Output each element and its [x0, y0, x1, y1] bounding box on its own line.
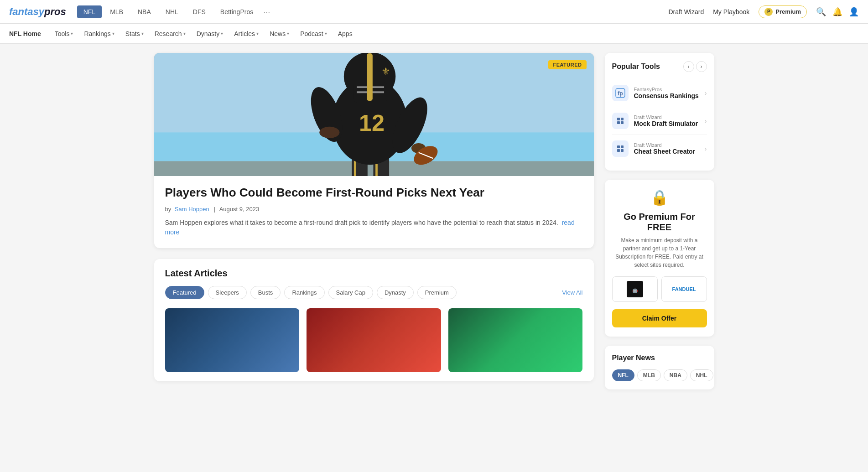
- player-news-tab-nfl[interactable]: NFL: [612, 369, 634, 381]
- mock-draft-provider: Draft Wizard: [634, 114, 699, 120]
- cheat-sheet-chevron-icon: ›: [705, 145, 707, 152]
- sidebar: Popular Tools ‹ › fp FantasyPros Consens…: [605, 53, 714, 389]
- rankings-menu[interactable]: Rankings ▾: [79, 28, 119, 39]
- svg-rect-27: [621, 121, 624, 124]
- apps-menu[interactable]: Apps: [333, 28, 357, 39]
- player-news-section: Player News NFL MLB NBA NHL: [605, 346, 714, 389]
- article-filter-tabs: Featured Sleepers Busts Rankings Salary …: [165, 286, 583, 299]
- premium-promo-desc: Make a minimum deposit with a partner an…: [612, 236, 707, 269]
- player-silhouette: 12: [154, 53, 594, 176]
- featured-byline: by Sam Hoppen | August 9, 2023: [165, 206, 583, 213]
- view-all-link[interactable]: View All: [562, 289, 582, 296]
- filter-tab-premium[interactable]: Premium: [417, 286, 457, 299]
- svg-text:🤖: 🤖: [632, 287, 638, 293]
- tools-menu[interactable]: Tools ▾: [50, 28, 78, 39]
- filter-tab-dynasty[interactable]: Dynasty: [377, 286, 414, 299]
- svg-rect-32: [621, 149, 624, 152]
- partner-logos: 🤖 FANDUEL: [612, 276, 707, 302]
- logo-text: fantasypros: [9, 6, 66, 17]
- filter-tab-featured[interactable]: Featured: [165, 286, 204, 299]
- article-thumbnails: [165, 308, 583, 372]
- top-nav: fantasypros NFL MLB NBA NHL DFS BettingP…: [0, 0, 868, 24]
- popular-tool-consensus[interactable]: fp FantasyPros Consensus Rankings ›: [612, 79, 707, 107]
- byline-by: by: [165, 206, 172, 213]
- sport-tab-bettingpros[interactable]: BettingPros: [214, 5, 260, 18]
- consensus-name: Consensus Rankings: [634, 92, 699, 99]
- sport-tab-nba[interactable]: NBA: [131, 5, 157, 18]
- sport-tab-dfs[interactable]: DFS: [187, 5, 212, 18]
- news-menu[interactable]: News ▾: [265, 28, 294, 39]
- main-container: 12: [147, 44, 722, 399]
- mock-draft-chevron-icon: ›: [705, 117, 707, 124]
- sidebar-nav-arrows: ‹ ›: [683, 61, 707, 72]
- prev-tool-button[interactable]: ‹: [683, 61, 694, 72]
- notification-icon[interactable]: 🔔: [832, 7, 842, 17]
- podcast-menu[interactable]: Podcast ▾: [296, 28, 332, 39]
- search-icon[interactable]: 🔍: [816, 7, 826, 17]
- articles-menu[interactable]: Articles ▾: [229, 28, 263, 39]
- sport-tab-nhl[interactable]: NHL: [159, 5, 185, 18]
- nfl-home-link[interactable]: NFL Home: [9, 30, 41, 37]
- user-icon[interactable]: 👤: [849, 7, 859, 17]
- svg-text:12: 12: [359, 110, 384, 136]
- svg-rect-31: [617, 149, 620, 152]
- player-news-tabs: NFL MLB NBA NHL: [612, 369, 707, 381]
- nav-right: Draft Wizard My Playbook P Premium 🔍 🔔 👤: [668, 5, 859, 18]
- podcast-chevron: ▾: [325, 31, 327, 36]
- featured-article-card: 12: [154, 53, 594, 248]
- article-thumb-2[interactable]: [307, 308, 441, 372]
- player-news-tab-nhl[interactable]: NHL: [690, 369, 713, 381]
- svg-rect-29: [617, 145, 620, 148]
- svg-text:fp: fp: [618, 90, 623, 97]
- svg-rect-24: [617, 118, 620, 120]
- news-chevron: ▾: [287, 31, 289, 36]
- svg-rect-26: [617, 121, 620, 124]
- premium-promo-title: Go Premium For FREE: [612, 212, 707, 233]
- rankings-chevron: ▾: [112, 31, 114, 36]
- stats-menu[interactable]: Stats ▾: [121, 28, 148, 39]
- sport-tab-mlb[interactable]: MLB: [104, 5, 130, 18]
- stats-chevron: ▾: [141, 31, 144, 36]
- article-date: August 9, 2023: [219, 206, 259, 213]
- featured-title: Players Who Could Become First-Round Pic…: [165, 185, 583, 200]
- svg-rect-18: [367, 53, 373, 101]
- site-logo[interactable]: fantasypros: [9, 6, 66, 18]
- latest-articles-section: Latest Articles Featured Sleepers Busts …: [154, 259, 594, 381]
- my-playbook-link[interactable]: My Playbook: [713, 8, 749, 16]
- mock-draft-icon: [612, 113, 629, 129]
- cheat-sheet-provider: Draft Wizard: [634, 142, 699, 148]
- player-news-tab-nba[interactable]: NBA: [664, 369, 687, 381]
- popular-tools-header: Popular Tools ‹ ›: [612, 61, 707, 72]
- draft-wizard-link[interactable]: Draft Wizard: [668, 8, 704, 16]
- dynasty-menu[interactable]: Dynasty ▾: [192, 28, 228, 39]
- popular-tool-cheat-sheet[interactable]: Draft Wizard Cheat Sheet Creator ›: [612, 135, 707, 162]
- filter-tab-busts[interactable]: Busts: [250, 286, 281, 299]
- consensus-provider: FantasyPros: [634, 87, 699, 92]
- cheat-sheet-info: Draft Wizard Cheat Sheet Creator: [634, 142, 699, 155]
- sport-tabs: NFL MLB NBA NHL DFS BettingPros ...: [77, 5, 270, 18]
- popular-tool-mock-draft[interactable]: Draft Wizard Mock Draft Simulator ›: [612, 107, 707, 135]
- byline-separator: |: [213, 206, 215, 213]
- svg-point-20: [319, 127, 339, 138]
- next-tool-button[interactable]: ›: [696, 61, 707, 72]
- svg-rect-23: [615, 116, 625, 126]
- filter-tab-rankings[interactable]: Rankings: [284, 286, 324, 299]
- player-news-tab-mlb[interactable]: MLB: [637, 369, 661, 381]
- article-thumb-3[interactable]: [448, 308, 583, 372]
- premium-promo-section: 🔒 Go Premium For FREE Make a minimum dep…: [605, 180, 714, 337]
- article-thumb-1[interactable]: [165, 308, 300, 372]
- premium-badge[interactable]: P Premium: [759, 5, 807, 18]
- claim-offer-button[interactable]: Claim Offer: [612, 309, 707, 327]
- mock-draft-name: Mock Draft Simulator: [634, 120, 699, 127]
- mock-draft-info: Draft Wizard Mock Draft Simulator: [634, 114, 699, 127]
- featured-image: 12: [154, 53, 594, 176]
- research-menu[interactable]: Research ▾: [150, 28, 190, 39]
- more-sports-button[interactable]: ...: [263, 5, 270, 18]
- consensus-rankings-info: FantasyPros Consensus Rankings: [634, 87, 699, 99]
- svg-rect-28: [615, 144, 625, 154]
- author-link[interactable]: Sam Hoppen: [175, 206, 209, 213]
- filter-tab-sleepers[interactable]: Sleepers: [208, 286, 247, 299]
- sport-tab-nfl[interactable]: NFL: [77, 5, 102, 18]
- filter-tab-salary-cap[interactable]: Salary Cap: [328, 286, 373, 299]
- svg-rect-30: [621, 145, 624, 148]
